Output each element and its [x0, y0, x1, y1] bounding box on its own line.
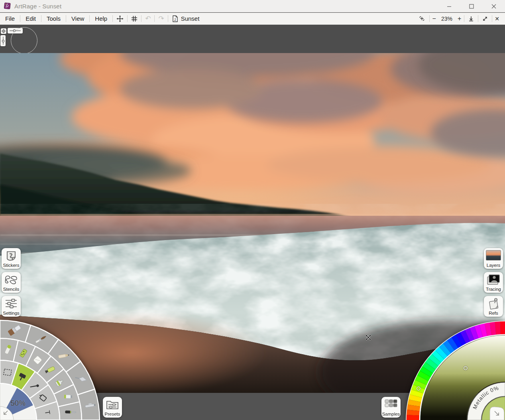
tracing-label: Tracing — [486, 287, 501, 292]
grid-button[interactable] — [128, 13, 141, 25]
grid-icon — [131, 16, 138, 22]
tool-settings-bar — [0, 25, 505, 53]
stickers-button[interactable]: Stickers — [2, 248, 21, 269]
color-picker-collapse-button[interactable] — [490, 407, 504, 420]
artrage-window: ArtRage - Sunset File Edit Tools View He… — [0, 0, 505, 420]
stencils-label: Stencils — [3, 287, 19, 292]
document-tab[interactable]: 2 Sunset — [168, 15, 204, 22]
refs-button[interactable]: Refs — [484, 296, 503, 317]
move-canvas-icon — [116, 15, 124, 22]
hue-arc-segment[interactable] — [500, 321, 505, 334]
undo-button[interactable]: ↶ — [141, 13, 154, 25]
reset-rotation-icon — [418, 15, 426, 22]
layers-thumbnail — [486, 250, 501, 260]
menu-edit[interactable]: Edit — [20, 15, 41, 22]
close-button[interactable] — [483, 0, 505, 12]
precise-size-button[interactable] — [1, 28, 6, 34]
samples-grid-icon — [384, 398, 398, 410]
minimize-button[interactable] — [438, 0, 460, 12]
refs-icon — [487, 297, 500, 311]
move-canvas-button[interactable] — [113, 13, 127, 25]
pressure-slider-toggle[interactable] — [0, 35, 6, 46]
expand-canvas-button[interactable] — [478, 13, 492, 25]
menubar: File Edit Tools View Help ↶ ↷ — [0, 13, 505, 25]
samples-label: Samples — [382, 412, 400, 417]
zoom-in-button[interactable]: + — [455, 15, 464, 22]
menu-tools[interactable]: Tools — [41, 15, 66, 22]
export-button[interactable] — [464, 13, 478, 25]
stencil-icon — [4, 273, 18, 287]
presets-folder-icon — [105, 398, 120, 411]
brush-size-preview[interactable] — [11, 27, 37, 54]
window-controls — [438, 0, 505, 12]
document-icon: 2 — [172, 15, 178, 22]
tool-picker-fan: T 50% — [0, 316, 104, 420]
window-titlebar: ArtRage - Sunset — [0, 0, 505, 12]
hue-arc-segment[interactable] — [406, 415, 419, 420]
samples-button[interactable]: Samples — [381, 397, 401, 418]
tracing-icon — [486, 273, 501, 286]
menu-file[interactable]: File — [0, 15, 20, 22]
document-page-number: 2 — [174, 18, 176, 22]
expand-icon — [482, 16, 488, 22]
settings-label: Settings — [3, 311, 20, 316]
window-title: ArtRage - Sunset — [14, 3, 61, 10]
export-icon — [468, 16, 474, 22]
color-picker-wheel: Metallic 0% — [401, 316, 505, 420]
reset-rotation-button[interactable] — [415, 13, 429, 25]
menu-view[interactable]: View — [66, 15, 89, 22]
presets-label: Presets — [105, 412, 120, 417]
tool-size-value: 50% — [10, 399, 26, 407]
settings-button[interactable]: Settings — [2, 296, 21, 317]
undo-icon: ↶ — [145, 15, 151, 22]
minimize-icon — [447, 4, 452, 9]
settings-sliders-icon — [4, 297, 18, 310]
artrage-logo-icon — [3, 2, 11, 10]
tracing-button[interactable]: Tracing — [484, 272, 503, 293]
layers-label: Layers — [487, 263, 501, 268]
close-icon — [491, 4, 496, 9]
diamond-icon — [2, 29, 6, 33]
zoom-level: 23% — [439, 16, 455, 22]
zoom-out-button[interactable]: − — [430, 15, 439, 22]
close-canvas-button[interactable]: ✕ — [492, 16, 503, 22]
stickers-label: Stickers — [3, 263, 20, 268]
transform-cursor-icon — [365, 334, 372, 341]
vertical-slider-icon — [2, 36, 5, 45]
presets-button[interactable]: Presets — [103, 397, 122, 418]
document-name: Sunset — [181, 15, 200, 22]
layers-button[interactable]: Layers — [484, 248, 503, 269]
menu-help[interactable]: Help — [90, 15, 112, 22]
redo-icon: ↷ — [158, 15, 164, 22]
redo-button[interactable]: ↷ — [155, 13, 167, 25]
maximize-button[interactable] — [460, 0, 483, 12]
refs-label: Refs — [489, 311, 498, 316]
sticker-icon — [4, 249, 18, 263]
stencils-button[interactable]: Stencils — [2, 272, 21, 293]
maximize-icon — [469, 4, 474, 9]
